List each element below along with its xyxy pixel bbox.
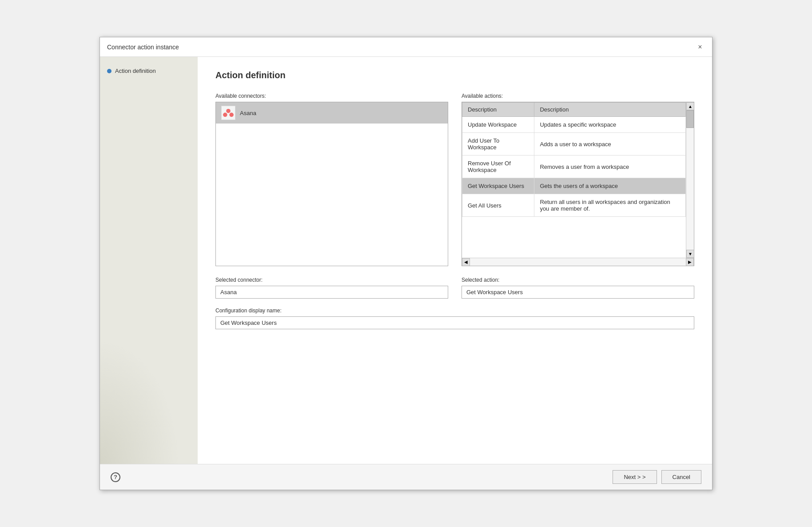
action-description-cell: Removes a user from a workspace <box>534 156 686 178</box>
connectors-actions-section: Available connectors: Asana <box>215 93 694 266</box>
available-connectors-label: Available connectors: <box>215 93 448 99</box>
selected-connector-input[interactable] <box>215 286 448 299</box>
close-button[interactable]: × <box>695 42 705 52</box>
scroll-thumb[interactable] <box>686 110 694 128</box>
cancel-button[interactable]: Cancel <box>661 470 701 484</box>
config-display-name-label: Configuration display name: <box>215 307 694 314</box>
action-name-cell: Get Workspace Users <box>462 178 534 194</box>
actions-table-header-row: Description Description <box>462 103 686 117</box>
selected-connector-field: Selected connector: <box>215 277 448 299</box>
scroll-left-button[interactable]: ◀ <box>462 258 470 266</box>
connector-item-asana[interactable]: Asana <box>216 102 448 124</box>
help-button[interactable]: ? <box>111 472 120 482</box>
connectors-list[interactable]: Asana <box>215 102 448 266</box>
action-name-cell: Remove User Of Workspace <box>462 156 534 178</box>
action-name-cell: Add User To Workspace <box>462 133 534 156</box>
config-section: Configuration display name: <box>215 307 694 329</box>
scroll-down-button[interactable]: ▼ <box>686 250 694 258</box>
sidebar: Action definition <box>100 57 198 464</box>
scroll-up-button[interactable]: ▲ <box>686 102 694 110</box>
action-description-cell: Adds a user to a workspace <box>534 133 686 156</box>
connectors-col: Available connectors: Asana <box>215 93 448 266</box>
selected-row: Selected connector: Selected action: <box>215 277 694 299</box>
dialog-title: Connector action instance <box>107 44 179 51</box>
scroll-track <box>686 110 694 250</box>
dialog-titlebar: Connector action instance × <box>100 37 712 57</box>
config-display-name-input[interactable] <box>215 316 694 329</box>
action-name-cell: Get All Users <box>462 194 534 217</box>
svg-point-0 <box>226 109 231 113</box>
scroll-right-button[interactable]: ▶ <box>686 258 694 266</box>
sidebar-decoration <box>100 339 180 464</box>
table-with-scrollbar: Description Description Update Workspace… <box>462 102 694 258</box>
actions-col-header-2: Description <box>534 103 686 117</box>
sidebar-dot-icon <box>107 69 111 73</box>
vertical-scrollbar[interactable]: ▲ ▼ <box>686 102 694 258</box>
selected-action-input[interactable] <box>462 286 694 299</box>
actions-col-header-1: Description <box>462 103 534 117</box>
table-row[interactable]: Get All UsersReturn all users in all wor… <box>462 194 686 217</box>
table-row[interactable]: Add User To WorkspaceAdds a user to a wo… <box>462 133 686 156</box>
horizontal-scrollbar[interactable]: ◀ ▶ <box>462 258 694 266</box>
actions-table-wrapper[interactable]: Description Description Update Workspace… <box>462 102 686 258</box>
action-description-cell: Gets the users of a workspace <box>534 178 686 194</box>
asana-icon <box>221 106 235 120</box>
table-row[interactable]: Remove User Of WorkspaceRemoves a user f… <box>462 156 686 178</box>
sidebar-item-label: Action definition <box>115 68 156 74</box>
action-description-cell: Updates a specific workspace <box>534 117 686 133</box>
main-content: Action definition Available connectors: <box>198 57 712 464</box>
dialog-footer: ? Next > > Cancel <box>100 464 712 490</box>
dialog-body: Action definition Action definition Avai… <box>100 57 712 464</box>
horiz-scroll-track <box>470 258 686 266</box>
connector-name-asana: Asana <box>240 110 256 116</box>
footer-right: Next > > Cancel <box>613 470 701 484</box>
svg-point-2 <box>229 113 234 117</box>
action-description-cell: Return all users in all workspaces and o… <box>534 194 686 217</box>
table-row[interactable]: Get Workspace UsersGets the users of a w… <box>462 178 686 194</box>
available-actions-label: Available actions: <box>462 93 694 99</box>
actions-table-container: Description Description Update Workspace… <box>462 102 694 266</box>
footer-left: ? <box>111 472 120 482</box>
next-button[interactable]: Next > > <box>613 470 657 484</box>
table-row[interactable]: Update WorkspaceUpdates a specific works… <box>462 117 686 133</box>
action-name-cell: Update Workspace <box>462 117 534 133</box>
sidebar-item-action-definition[interactable]: Action definition <box>107 66 191 76</box>
actions-table: Description Description Update Workspace… <box>462 102 686 217</box>
selected-connector-label: Selected connector: <box>215 277 448 283</box>
page-title: Action definition <box>215 70 694 80</box>
svg-point-1 <box>223 113 227 117</box>
connector-action-dialog: Connector action instance × Action defin… <box>100 37 712 490</box>
selected-action-label: Selected action: <box>462 277 694 283</box>
selected-action-field: Selected action: <box>462 277 694 299</box>
actions-col: Available actions: Description Descripti… <box>462 93 694 266</box>
